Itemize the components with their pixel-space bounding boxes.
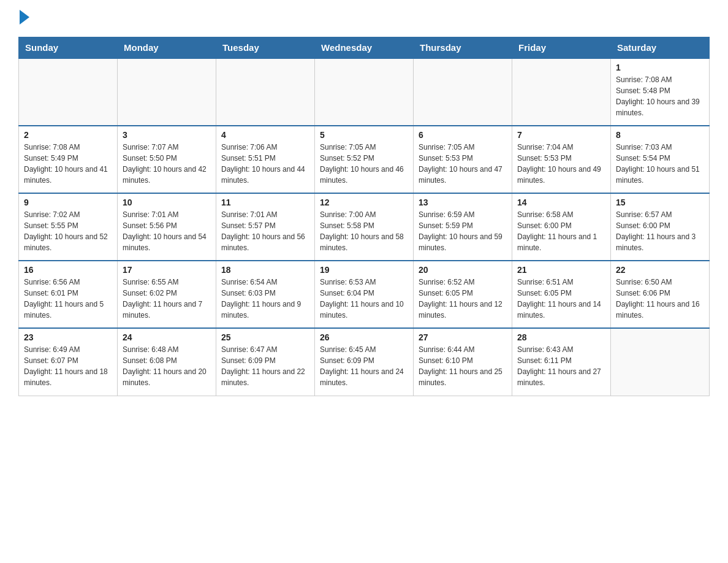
day-number: 25 xyxy=(221,332,309,342)
calendar-cell: 21Sunrise: 6:51 AMSunset: 6:05 PMDayligh… xyxy=(512,261,611,328)
calendar-cell: 8Sunrise: 7:03 AMSunset: 5:54 PMDaylight… xyxy=(611,126,710,193)
calendar-header-monday: Monday xyxy=(118,37,216,59)
calendar-week-2: 2Sunrise: 7:08 AMSunset: 5:49 PMDaylight… xyxy=(19,126,710,193)
calendar-week-4: 16Sunrise: 6:56 AMSunset: 6:01 PMDayligh… xyxy=(19,261,710,328)
calendar-cell: 19Sunrise: 6:53 AMSunset: 6:04 PMDayligh… xyxy=(315,261,414,328)
calendar-cell: 15Sunrise: 6:57 AMSunset: 6:00 PMDayligh… xyxy=(611,193,710,261)
calendar-cell xyxy=(19,58,118,126)
calendar-cell: 4Sunrise: 7:06 AMSunset: 5:51 PMDaylight… xyxy=(216,126,315,193)
day-info: Sunrise: 7:08 AMSunset: 5:49 PMDaylight:… xyxy=(24,142,112,186)
day-info: Sunrise: 7:01 AMSunset: 5:57 PMDaylight:… xyxy=(221,209,309,253)
calendar-cell: 20Sunrise: 6:52 AMSunset: 6:05 PMDayligh… xyxy=(414,261,512,328)
calendar-header-sunday: Sunday xyxy=(19,37,118,59)
calendar-cell: 28Sunrise: 6:43 AMSunset: 6:11 PMDayligh… xyxy=(512,328,611,396)
day-info: Sunrise: 6:44 AMSunset: 6:10 PMDaylight:… xyxy=(419,344,507,388)
day-info: Sunrise: 6:43 AMSunset: 6:11 PMDaylight:… xyxy=(517,344,605,388)
calendar-header-row: SundayMondayTuesdayWednesdayThursdayFrid… xyxy=(19,37,710,59)
calendar-cell: 25Sunrise: 6:47 AMSunset: 6:09 PMDayligh… xyxy=(216,328,315,396)
logo xyxy=(18,12,29,25)
calendar-cell: 14Sunrise: 6:58 AMSunset: 6:00 PMDayligh… xyxy=(512,193,611,261)
day-number: 17 xyxy=(123,265,211,275)
day-info: Sunrise: 7:00 AMSunset: 5:58 PMDaylight:… xyxy=(320,209,408,253)
day-number: 20 xyxy=(419,265,507,275)
day-info: Sunrise: 6:47 AMSunset: 6:09 PMDaylight:… xyxy=(221,344,309,388)
calendar-cell: 24Sunrise: 6:48 AMSunset: 6:08 PMDayligh… xyxy=(118,328,216,396)
day-number: 28 xyxy=(517,332,605,342)
day-info: Sunrise: 6:50 AMSunset: 6:06 PMDaylight:… xyxy=(616,277,704,321)
day-number: 19 xyxy=(320,265,408,275)
day-info: Sunrise: 6:56 AMSunset: 6:01 PMDaylight:… xyxy=(24,277,112,321)
calendar-cell: 26Sunrise: 6:45 AMSunset: 6:09 PMDayligh… xyxy=(315,328,414,396)
calendar-table: SundayMondayTuesdayWednesdayThursdayFrid… xyxy=(18,37,710,396)
calendar-cell: 12Sunrise: 7:00 AMSunset: 5:58 PMDayligh… xyxy=(315,193,414,261)
calendar-header-wednesday: Wednesday xyxy=(315,37,414,59)
calendar-cell: 17Sunrise: 6:55 AMSunset: 6:02 PMDayligh… xyxy=(118,261,216,328)
day-number: 24 xyxy=(123,332,211,342)
calendar-cell xyxy=(216,58,315,126)
day-number: 15 xyxy=(616,197,704,207)
calendar-header-saturday: Saturday xyxy=(611,37,710,59)
calendar-cell xyxy=(512,58,611,126)
calendar-cell: 2Sunrise: 7:08 AMSunset: 5:49 PMDaylight… xyxy=(19,126,118,193)
day-number: 7 xyxy=(517,130,605,140)
day-number: 21 xyxy=(517,265,605,275)
day-info: Sunrise: 7:08 AMSunset: 5:48 PMDaylight:… xyxy=(616,74,704,118)
day-info: Sunrise: 6:59 AMSunset: 5:59 PMDaylight:… xyxy=(419,209,507,253)
day-info: Sunrise: 7:05 AMSunset: 5:53 PMDaylight:… xyxy=(419,142,507,186)
day-info: Sunrise: 6:48 AMSunset: 6:08 PMDaylight:… xyxy=(123,344,211,388)
day-number: 10 xyxy=(123,197,211,207)
day-number: 14 xyxy=(517,197,605,207)
calendar-cell: 5Sunrise: 7:05 AMSunset: 5:52 PMDaylight… xyxy=(315,126,414,193)
calendar-cell: 16Sunrise: 6:56 AMSunset: 6:01 PMDayligh… xyxy=(19,261,118,328)
day-number: 18 xyxy=(221,265,309,275)
day-info: Sunrise: 7:06 AMSunset: 5:51 PMDaylight:… xyxy=(221,142,309,186)
day-number: 13 xyxy=(419,197,507,207)
calendar-cell: 22Sunrise: 6:50 AMSunset: 6:06 PMDayligh… xyxy=(611,261,710,328)
day-info: Sunrise: 6:53 AMSunset: 6:04 PMDaylight:… xyxy=(320,277,408,321)
calendar-week-5: 23Sunrise: 6:49 AMSunset: 6:07 PMDayligh… xyxy=(19,328,710,396)
day-info: Sunrise: 6:52 AMSunset: 6:05 PMDaylight:… xyxy=(419,277,507,321)
day-info: Sunrise: 7:02 AMSunset: 5:55 PMDaylight:… xyxy=(24,209,112,253)
day-number: 2 xyxy=(24,130,112,140)
calendar-cell: 10Sunrise: 7:01 AMSunset: 5:56 PMDayligh… xyxy=(118,193,216,261)
day-info: Sunrise: 6:54 AMSunset: 6:03 PMDaylight:… xyxy=(221,277,309,321)
day-number: 6 xyxy=(419,130,507,140)
day-info: Sunrise: 6:51 AMSunset: 6:05 PMDaylight:… xyxy=(517,277,605,321)
day-number: 16 xyxy=(24,265,112,275)
calendar-cell: 27Sunrise: 6:44 AMSunset: 6:10 PMDayligh… xyxy=(414,328,512,396)
day-number: 11 xyxy=(221,197,309,207)
day-info: Sunrise: 6:58 AMSunset: 6:00 PMDaylight:… xyxy=(517,209,605,253)
day-number: 4 xyxy=(221,130,309,140)
calendar-cell: 1Sunrise: 7:08 AMSunset: 5:48 PMDaylight… xyxy=(611,58,710,126)
calendar-cell: 18Sunrise: 6:54 AMSunset: 6:03 PMDayligh… xyxy=(216,261,315,328)
day-info: Sunrise: 6:49 AMSunset: 6:07 PMDaylight:… xyxy=(24,344,112,388)
calendar-cell: 7Sunrise: 7:04 AMSunset: 5:53 PMDaylight… xyxy=(512,126,611,193)
day-info: Sunrise: 6:55 AMSunset: 6:02 PMDaylight:… xyxy=(123,277,211,321)
day-number: 3 xyxy=(123,130,211,140)
day-number: 22 xyxy=(616,265,704,275)
calendar-week-3: 9Sunrise: 7:02 AMSunset: 5:55 PMDaylight… xyxy=(19,193,710,261)
day-info: Sunrise: 6:45 AMSunset: 6:09 PMDaylight:… xyxy=(320,344,408,388)
day-number: 9 xyxy=(24,197,112,207)
day-info: Sunrise: 7:07 AMSunset: 5:50 PMDaylight:… xyxy=(123,142,211,186)
calendar-cell: 11Sunrise: 7:01 AMSunset: 5:57 PMDayligh… xyxy=(216,193,315,261)
calendar-header-thursday: Thursday xyxy=(414,37,512,59)
logo-arrow-icon xyxy=(20,10,29,25)
calendar-cell: 23Sunrise: 6:49 AMSunset: 6:07 PMDayligh… xyxy=(19,328,118,396)
day-info: Sunrise: 7:04 AMSunset: 5:53 PMDaylight:… xyxy=(517,142,605,186)
day-number: 1 xyxy=(616,63,704,72)
calendar-cell xyxy=(118,58,216,126)
day-info: Sunrise: 7:01 AMSunset: 5:56 PMDaylight:… xyxy=(123,209,211,253)
day-number: 23 xyxy=(24,332,112,342)
calendar-cell: 3Sunrise: 7:07 AMSunset: 5:50 PMDaylight… xyxy=(118,126,216,193)
day-number: 26 xyxy=(320,332,408,342)
day-number: 8 xyxy=(616,130,704,140)
day-info: Sunrise: 7:03 AMSunset: 5:54 PMDaylight:… xyxy=(616,142,704,186)
calendar-cell xyxy=(315,58,414,126)
day-info: Sunrise: 6:57 AMSunset: 6:00 PMDaylight:… xyxy=(616,209,704,253)
calendar-header-tuesday: Tuesday xyxy=(216,37,315,59)
calendar-cell xyxy=(611,328,710,396)
calendar-cell: 13Sunrise: 6:59 AMSunset: 5:59 PMDayligh… xyxy=(414,193,512,261)
calendar-cell xyxy=(414,58,512,126)
calendar-week-1: 1Sunrise: 7:08 AMSunset: 5:48 PMDaylight… xyxy=(19,58,710,126)
